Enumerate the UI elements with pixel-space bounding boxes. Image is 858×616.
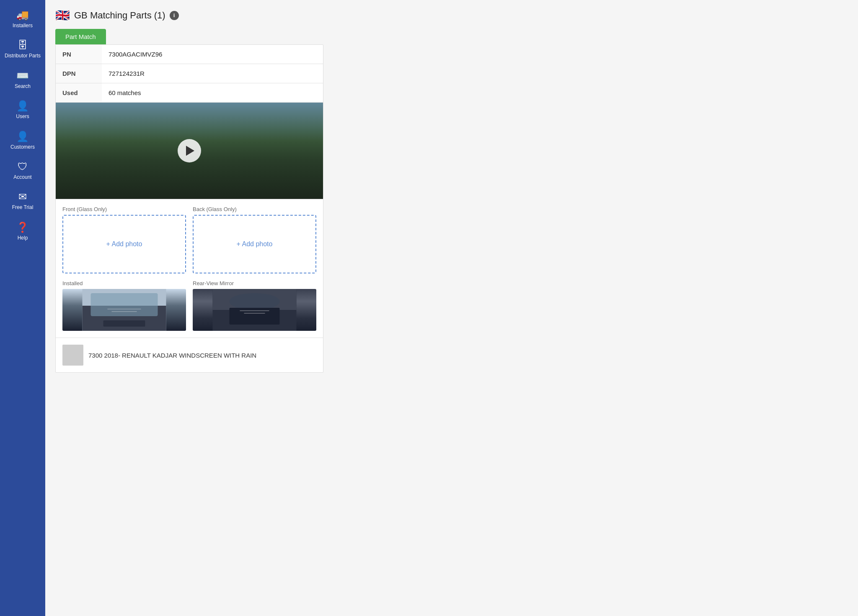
used-label: Used [56, 83, 102, 103]
sidebar-item-installers[interactable]: 🚚 Installers [0, 4, 45, 34]
page-header: 🇬🇧 GB Matching Parts (1) i [55, 8, 848, 22]
front-photo-label: Front (Glass Only) [62, 206, 186, 212]
photo-section: Front (Glass Only) + Add photo Back (Gla… [56, 199, 323, 338]
play-button[interactable] [178, 139, 201, 162]
users-icon: 👤 [16, 101, 29, 111]
svg-rect-3 [103, 320, 145, 327]
part-description-text: 7300 2018- RENAULT KADJAR WINDSCREEN WIT… [88, 352, 256, 359]
send-icon: ✉ [18, 192, 27, 202]
sidebar-label-account: Account [13, 174, 31, 180]
svg-point-8 [230, 293, 280, 310]
installed-photo-container: Installed [62, 280, 186, 331]
svg-rect-2 [91, 293, 158, 316]
table-row-used: Used 60 matches [56, 83, 323, 103]
video-thumbnail[interactable] [56, 103, 323, 199]
back-photo-container: Back (Glass Only) + Add photo [193, 206, 316, 273]
mirror-photo-thumb[interactable] [193, 289, 316, 331]
keyboard-icon: ⌨️ [16, 71, 29, 81]
sidebar-item-customers[interactable]: 👤 Customers [0, 126, 45, 156]
tab-part-match[interactable]: Part Match [55, 29, 106, 44]
sidebar-item-search[interactable]: ⌨️ Search [0, 65, 45, 95]
sidebar-item-users[interactable]: 👤 Users [0, 95, 45, 125]
customers-icon: 👤 [16, 131, 29, 142]
installed-label: Installed [62, 280, 186, 286]
front-photo-container: Front (Glass Only) + Add photo [62, 206, 186, 273]
sidebar-item-free-trial[interactable]: ✉ Free Trial [0, 186, 45, 216]
tab-bar: Part Match [55, 29, 848, 44]
sidebar-label-free-trial: Free Trial [12, 204, 34, 210]
mirror-photo-svg [193, 289, 316, 331]
info-icon[interactable]: i [170, 11, 179, 20]
page-title: GB Matching Parts (1) [74, 10, 165, 21]
used-value: 60 matches [102, 83, 323, 103]
sidebar-label-users: Users [16, 113, 29, 119]
main-content: 🇬🇧 GB Matching Parts (1) i Part Match PN… [45, 0, 858, 616]
front-photo-upload[interactable]: + Add photo [62, 215, 186, 273]
sidebar-item-distributor-parts[interactable]: 🗄 Distributor Parts [0, 34, 45, 64]
video-section[interactable] [56, 103, 323, 199]
photo-images-grid: Installed [62, 280, 316, 331]
gb-flag-icon: 🇬🇧 [55, 8, 70, 22]
pn-value: 7300AGACIMVZ96 [102, 45, 323, 64]
installed-photo-thumb[interactable] [62, 289, 186, 331]
sidebar-label-installers: Installers [13, 23, 33, 28]
sidebar-label-distributor-parts: Distributor Parts [5, 53, 41, 59]
back-add-text: + Add photo [237, 240, 273, 248]
mirror-photo-container: Rear-View Mirror [193, 280, 316, 331]
sidebar-label-search: Search [15, 83, 31, 89]
mirror-label: Rear-View Mirror [193, 280, 316, 286]
front-add-text: + Add photo [106, 240, 142, 248]
sidebar-item-help[interactable]: ❓ Help [0, 217, 45, 247]
installed-photo-svg [62, 289, 186, 331]
part-details-table: PN 7300AGACIMVZ96 DPN 727124231R Used 60… [56, 45, 323, 103]
dpn-value: 727124231R [102, 64, 323, 83]
back-photo-upload[interactable]: + Add photo [193, 215, 316, 273]
sidebar-item-account[interactable]: 🛡 Account [0, 156, 45, 186]
shield-icon: 🛡 [18, 162, 28, 172]
photo-upload-grid: Front (Glass Only) + Add photo Back (Gla… [62, 206, 316, 273]
pn-label: PN [56, 45, 102, 64]
svg-rect-9 [230, 308, 280, 325]
back-photo-label: Back (Glass Only) [193, 206, 316, 212]
part-description-section: 7300 2018- RENAULT KADJAR WINDSCREEN WIT… [56, 338, 323, 372]
sidebar-label-customers: Customers [10, 144, 35, 150]
truck-icon: 🚚 [16, 10, 29, 20]
table-row-pn: PN 7300AGACIMVZ96 [56, 45, 323, 64]
help-icon: ❓ [16, 222, 29, 232]
part-card: PN 7300AGACIMVZ96 DPN 727124231R Used 60… [55, 44, 323, 373]
dpn-label: DPN [56, 64, 102, 83]
warehouse-icon: 🗄 [18, 40, 28, 50]
sidebar: 🚚 Installers 🗄 Distributor Parts ⌨️ Sear… [0, 0, 45, 616]
sidebar-label-help: Help [18, 235, 28, 241]
table-row-dpn: DPN 727124231R [56, 64, 323, 83]
part-desc-thumbnail [62, 345, 83, 366]
